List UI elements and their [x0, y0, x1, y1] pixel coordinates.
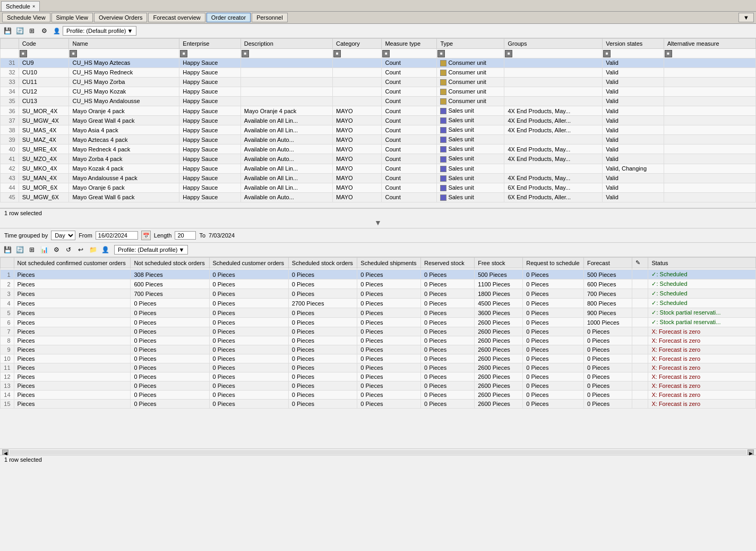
- lower-header-res[interactable]: Reserved stock: [420, 258, 474, 268]
- filter-code-btn[interactable]: ■: [20, 50, 27, 57]
- header-description[interactable]: Description: [240, 39, 332, 49]
- save-icon-btn[interactable]: 💾: [2, 26, 13, 36]
- lower-table-row[interactable]: 5 Pieces 0 Pieces 0 Pieces 0 Pieces 0 Pi…: [1, 308, 756, 318]
- upper-table-row[interactable]: 34 CU12 CU_HS Mayo Kozak Happy Sauce Cou…: [1, 87, 756, 96]
- from-date-input[interactable]: [96, 231, 138, 240]
- upper-table-row[interactable]: 36 SU_MOR_4X Mayo Oranje 4 pack Happy Sa…: [1, 106, 756, 115]
- lower-save-btn[interactable]: 💾: [2, 244, 13, 255]
- lower-settings-btn[interactable]: ⚙: [51, 244, 62, 255]
- header-version[interactable]: Version states: [603, 39, 664, 49]
- upper-table-row[interactable]: 39 SU_MAZ_4X Mayo Aztecas 4 pack Happy S…: [1, 135, 756, 145]
- upper-table-row[interactable]: 43 SU_MAN_4X Mayo Andalousse 4 pack Happ…: [1, 173, 756, 183]
- upper-profile-selector[interactable]: 👤 Profile: (Default profile) ▼: [53, 26, 136, 36]
- upper-table-row[interactable]: 45 SU_MGW_6X Mayo Great Wall 6 pack Happ…: [1, 192, 756, 202]
- lower-profile-dropdown[interactable]: Profile: (Default profile) ▼: [114, 245, 188, 255]
- filter-category-btn[interactable]: ■: [333, 50, 341, 57]
- order-creator-btn[interactable]: Order creator: [207, 13, 251, 22]
- lower-user-btn[interactable]: 👤: [100, 244, 110, 255]
- lower-profile-selector[interactable]: Profile: (Default profile) ▼: [114, 245, 188, 255]
- lower-refresh2-btn[interactable]: ↺: [63, 244, 74, 255]
- upper-table-row[interactable]: 33 CU11 CU_HS Mayo Zorba Happy Sauce Cou…: [1, 77, 756, 87]
- lower-header-notsch[interactable]: Not scheduled confirmed customer orders: [14, 258, 131, 268]
- lower-chart-btn[interactable]: 📊: [39, 244, 49, 255]
- personnel-btn[interactable]: Personnel: [252, 13, 288, 22]
- lower-cell-col6: 0 Pieces: [420, 336, 474, 345]
- filter-type-btn[interactable]: ■: [437, 50, 445, 57]
- filter-enterprise-btn[interactable]: ■: [180, 50, 187, 57]
- refresh-icon-btn[interactable]: 🔄: [14, 26, 25, 36]
- lower-header-fore[interactable]: Forecast: [583, 258, 632, 268]
- lower-cell-col9: 0 Pieces: [583, 336, 632, 345]
- filter-measure-btn[interactable]: ■: [382, 50, 390, 57]
- lower-header-schst[interactable]: Scheduled stock orders: [288, 258, 357, 268]
- cell-enterprise: Happy Sauce: [179, 96, 240, 106]
- filter-description-btn[interactable]: ■: [242, 50, 249, 57]
- header-alt[interactable]: Alternative measure: [664, 39, 755, 49]
- lower-table-row[interactable]: 1 Pieces 308 Pieces 0 Pieces 0 Pieces 0 …: [1, 270, 756, 279]
- header-enterprise[interactable]: Enterprise: [179, 39, 240, 49]
- header-type[interactable]: Type: [437, 39, 504, 49]
- lower-table-row[interactable]: 10 Pieces 0 Pieces 0 Pieces 0 Pieces 0 P…: [1, 354, 756, 363]
- header-groups[interactable]: Groups: [504, 39, 603, 49]
- tab-schedule[interactable]: Schedule ×: [1, 1, 40, 11]
- lower-table-row[interactable]: 4 Pieces 0 Pieces 0 Pieces 2700 Pieces 0…: [1, 299, 756, 308]
- settings-icon-btn[interactable]: ⚙: [39, 26, 49, 36]
- filter-name-btn[interactable]: ■: [70, 50, 77, 57]
- upper-table-row[interactable]: 40 SU_MRE_4X Mayo Redneck 4 pack Happy S…: [1, 145, 756, 154]
- simple-view-btn[interactable]: Simple View: [51, 13, 93, 22]
- forecast-overview-btn[interactable]: Forecast overview: [148, 13, 205, 22]
- tab-close-btn[interactable]: ×: [32, 4, 35, 9]
- filter-version-btn[interactable]: ■: [603, 50, 611, 57]
- calendar-btn[interactable]: 📅: [141, 231, 151, 240]
- upper-table-row[interactable]: 35 CU13 CU_HS Mayo Andalousse Happy Sauc…: [1, 96, 756, 106]
- upper-table-row[interactable]: 44 SU_MOR_6X Mayo Oranje 6 pack Happy Sa…: [1, 183, 756, 192]
- upper-table-row[interactable]: 42 SU_MKO_4X Mayo Kozak 4 pack Happy Sau…: [1, 164, 756, 173]
- grouped-by-select[interactable]: Day: [51, 231, 75, 240]
- upper-table-row[interactable]: 41 SU_MZO_4X Mayo Zorba 4 pack Happy Sau…: [1, 154, 756, 164]
- upper-table-row[interactable]: 37 SU_MGW_4X Mayo Great Wall 4 pack Happ…: [1, 116, 756, 125]
- upper-table-row[interactable]: 32 CU10 CU_HS Mayo Redneck Happy Sauce C…: [1, 67, 756, 77]
- lower-table-row[interactable]: 8 Pieces 0 Pieces 0 Pieces 0 Pieces 0 Pi…: [1, 336, 756, 345]
- lower-table-row[interactable]: 9 Pieces 0 Pieces 0 Pieces 0 Pieces 0 Pi…: [1, 345, 756, 354]
- lower-scrollbar-track[interactable]: [10, 450, 746, 454]
- lower-scrollbar-right[interactable]: ►: [748, 450, 754, 455]
- filter-alt-btn[interactable]: ■: [665, 50, 672, 57]
- lower-header-free[interactable]: Free stock: [475, 258, 523, 268]
- header-category[interactable]: Category: [333, 39, 382, 49]
- header-code[interactable]: Code: [19, 39, 69, 49]
- lower-refresh-btn[interactable]: 🔄: [14, 244, 25, 255]
- lower-table-row[interactable]: 15 Pieces 0 Pieces 0 Pieces 0 Pieces 0 P…: [1, 400, 756, 409]
- lower-table-row[interactable]: 2 Pieces 600 Pieces 0 Pieces 0 Pieces 0 …: [1, 279, 756, 289]
- grid-icon-btn[interactable]: ⊞: [27, 26, 37, 36]
- lower-header-schco[interactable]: Scheduled customer orders: [209, 258, 288, 268]
- lower-header-notschco[interactable]: Not scheduled stock orders: [131, 258, 209, 268]
- filter-groups-btn[interactable]: ■: [505, 50, 512, 57]
- lower-grid-btn[interactable]: ⊞: [27, 244, 37, 255]
- cell-version: Valid: [603, 125, 664, 135]
- lower-table-row[interactable]: 3 Pieces 700 Pieces 0 Pieces 0 Pieces 0 …: [1, 289, 756, 299]
- length-input[interactable]: [175, 231, 196, 240]
- lower-table-row[interactable]: 7 Pieces 0 Pieces 0 Pieces 0 Pieces 0 Pi…: [1, 327, 756, 336]
- lower-header-req[interactable]: Request to schedule: [523, 258, 584, 268]
- header-name[interactable]: Name: [69, 39, 179, 49]
- lower-scrollbar-left[interactable]: ◄: [2, 450, 8, 455]
- lower-table-row[interactable]: 12 Pieces 0 Pieces 0 Pieces 0 Pieces 0 P…: [1, 372, 756, 382]
- upper-profile-dropdown[interactable]: Profile: (Default profile) ▼: [63, 26, 136, 36]
- lower-folder-btn[interactable]: 📁: [88, 244, 98, 255]
- lower-undo-btn[interactable]: ↩: [75, 244, 86, 255]
- schedule-view-btn[interactable]: Schedule View: [2, 13, 50, 22]
- upper-table-row[interactable]: 31 CU9 CU_HS Mayo Aztecas Happy Sauce Co…: [1, 58, 756, 67]
- upper-table-row[interactable]: 38 SU_MAS_4X Mayo Asia 4 pack Happy Sauc…: [1, 125, 756, 135]
- lower-table-row[interactable]: 13 Pieces 0 Pieces 0 Pieces 0 Pieces 0 P…: [1, 382, 756, 391]
- lower-header-status[interactable]: Status: [648, 258, 756, 268]
- lower-cell-col3: 0 Pieces: [209, 318, 288, 327]
- lower-table-row[interactable]: 11 Pieces 0 Pieces 0 Pieces 0 Pieces 0 P…: [1, 363, 756, 372]
- lower-cell-col6: 0 Pieces: [420, 345, 474, 354]
- overview-orders-btn[interactable]: Overview Orders: [94, 13, 148, 22]
- lower-header-schship[interactable]: Scheduled shipments: [357, 258, 421, 268]
- lower-table-row[interactable]: 6 Pieces 0 Pieces 0 Pieces 0 Pieces 0 Pi…: [1, 318, 756, 327]
- row-num: 42: [1, 164, 19, 173]
- more-btn[interactable]: ▼: [738, 13, 754, 22]
- header-measure[interactable]: Measure type: [382, 39, 437, 49]
- lower-table-row[interactable]: 14 Pieces 0 Pieces 0 Pieces 0 Pieces 0 P…: [1, 391, 756, 400]
